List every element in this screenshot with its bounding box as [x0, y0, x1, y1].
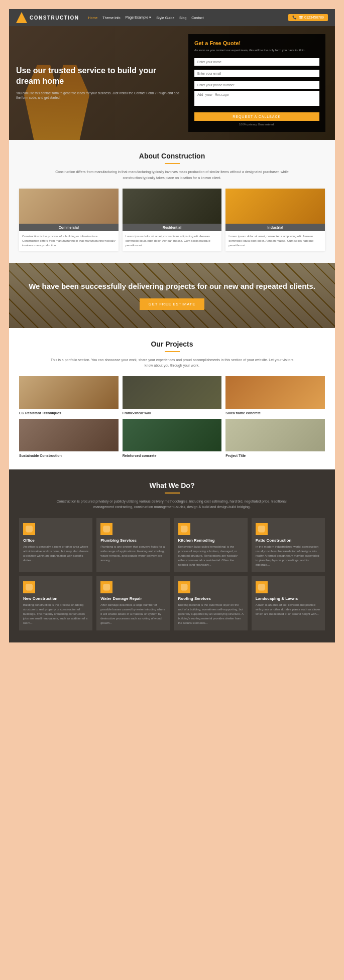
industrial-image	[225, 189, 325, 224]
service-card-water: Water Damage Repair After damage describ…	[96, 576, 170, 630]
project-label-6: Project Title	[225, 454, 325, 457]
projects-grid: EG Resistant Techniques Frame-shear wall…	[19, 376, 325, 457]
project-card-4[interactable]: Sustainable Construction	[19, 419, 119, 457]
project-card-6[interactable]: Project Title	[225, 419, 325, 457]
about-title: About Construction	[19, 152, 325, 160]
plumbing-desc: Plumbing is any system that conveys flui…	[100, 545, 166, 563]
form-submit-button[interactable]: REQUEST A CALLBACK	[194, 112, 319, 121]
page-wrapper: CONSTRUCTION Home Theme Info Page Exampl…	[0, 0, 344, 651]
project-label-2: Frame-shear wall	[123, 411, 222, 415]
residential-label: Residential	[123, 224, 222, 231]
residential-text: Lorem ipsum dolor sit amet, consectetur …	[123, 231, 222, 251]
patio-icon	[256, 523, 268, 535]
whatwedo-desc: Construction is procured privately or pu…	[47, 499, 298, 510]
form-name-input[interactable]	[194, 58, 319, 66]
about-section: About Construction Construction differs …	[9, 140, 335, 262]
project-label-4: Sustainable Construction	[19, 454, 119, 457]
form-message-textarea[interactable]	[194, 91, 319, 106]
about-underline	[165, 163, 180, 164]
services-grid: Office An office is generally a room or …	[19, 518, 325, 630]
whatwedo-underline	[165, 493, 180, 494]
new-construction-icon	[23, 581, 35, 593]
project-image-6	[225, 419, 325, 451]
about-desc: Construction differs from manufacturing …	[47, 169, 298, 180]
projects-section: Our Projects This is a portfolio section…	[9, 328, 335, 469]
navbar-logo: CONSTRUCTION	[16, 12, 79, 23]
project-image-1	[19, 376, 119, 409]
banner-title: We have been successfully delivering pro…	[19, 281, 325, 291]
hero-title: Use our trusted service to build your dr…	[16, 66, 181, 87]
hero-section: Use our trusted service to build your dr…	[9, 26, 335, 140]
logo-text: CONSTRUCTION	[30, 15, 79, 21]
kitchen-icon	[178, 523, 190, 535]
water-name: Water Damage Repair	[100, 596, 166, 601]
plumbing-icon-shape	[103, 526, 110, 533]
inner-wrapper: CONSTRUCTION Home Theme Info Page Exampl…	[9, 9, 335, 642]
projects-underline	[165, 351, 180, 352]
office-icon-shape	[26, 526, 33, 533]
office-desc: An office is generally a room or other a…	[23, 545, 88, 563]
roofing-name: Roofing Services	[178, 596, 244, 601]
form-subtitle: As soon as you contact our expert team, …	[194, 48, 319, 52]
form-title: Get a Free Quote!	[194, 40, 319, 46]
phone-icon: 📞	[292, 16, 297, 20]
nav-contact[interactable]: Contact	[191, 16, 203, 20]
hero-subtitle: You can use this contact form to generat…	[16, 91, 181, 101]
service-card-roofing: Roofing Services Roofing material is the…	[174, 576, 248, 630]
about-card-industrial: Industrial Lorem ipsum dolor sit amet, c…	[225, 189, 325, 251]
landscaping-icon	[256, 581, 268, 593]
nav-page-example[interactable]: Page Example ▾	[126, 16, 151, 20]
nav-links: Home Theme Info Page Example ▾ Style Gui…	[88, 16, 285, 20]
patio-name: Patio Construction	[256, 538, 321, 543]
nav-phone[interactable]: 📞 ☎ 0123456789	[288, 14, 328, 21]
project-card-3[interactable]: Silica flame concrete	[225, 376, 325, 415]
landscaping-icon-shape	[258, 584, 265, 591]
hero-form-panel: Get a Free Quote! As soon as you contact…	[188, 34, 325, 132]
new-construction-icon-shape	[26, 584, 33, 591]
plumbing-icon	[100, 523, 112, 535]
about-card-residential: Residential Lorem ipsum dolor sit amet, …	[123, 189, 222, 251]
project-card-5[interactable]: Reinforced concrete	[123, 419, 222, 457]
service-card-plumbing: Plumbing Services Plumbing is any system…	[96, 518, 170, 572]
project-label-3: Silica flame concrete	[225, 411, 325, 415]
form-phone-input[interactable]	[194, 81, 319, 89]
nav-home[interactable]: Home	[88, 16, 98, 20]
residential-image	[123, 189, 222, 224]
kitchen-name: Kitchen Remodling	[178, 538, 244, 543]
roofing-desc: Roofing material is the outermost layer …	[178, 603, 244, 625]
new-construction-desc: Building construction is the process of …	[23, 603, 88, 625]
commercial-text: Construction is the process of a buildin…	[19, 231, 119, 251]
service-card-landscaping: Landscaping & Lawns A lawn is an area of…	[252, 576, 325, 630]
kitchen-desc: Renovation (also called remodeling) is t…	[178, 545, 244, 567]
project-card-2[interactable]: Frame-shear wall	[123, 376, 222, 415]
project-label-5: Reinforced concrete	[123, 454, 222, 457]
phone-number: ☎ 0123456789	[299, 16, 324, 20]
water-desc: After damage describes a large number of…	[100, 603, 166, 625]
logo-icon	[16, 12, 27, 23]
project-card-1[interactable]: EG Resistant Techniques	[19, 376, 119, 415]
water-icon-shape	[103, 584, 110, 591]
water-icon	[100, 581, 112, 593]
roofing-icon-shape	[181, 584, 188, 591]
form-email-input[interactable]	[194, 70, 319, 77]
nav-theme-info[interactable]: Theme Info	[102, 16, 120, 20]
hero-content: Use our trusted service to build your dr…	[9, 51, 188, 115]
roofing-icon	[178, 581, 190, 593]
new-construction-name: New Construction	[23, 596, 88, 601]
nav-style-guide[interactable]: Style Guide	[156, 16, 174, 20]
project-image-5	[123, 419, 222, 451]
banner-section: We have been successfully delivering pro…	[9, 263, 335, 328]
about-card-commercial: Commercial Construction is the process o…	[19, 189, 119, 251]
nav-blog[interactable]: Blog	[179, 16, 186, 20]
office-name: Office	[23, 538, 88, 543]
patio-icon-shape	[258, 526, 265, 533]
service-card-new-construction: New Construction Building construction i…	[19, 576, 92, 630]
landscaping-name: Landscaping & Lawns	[256, 596, 321, 601]
service-card-office: Office An office is generally a room or …	[19, 518, 92, 572]
project-image-2	[123, 376, 222, 409]
projects-title: Our Projects	[19, 340, 325, 348]
service-card-kitchen: Kitchen Remodling Renovation (also calle…	[174, 518, 248, 572]
commercial-image	[19, 189, 119, 224]
banner-button[interactable]: GET FREE ESTIMATE	[140, 298, 204, 310]
service-card-patio: Patio Construction In the modern industr…	[252, 518, 325, 572]
